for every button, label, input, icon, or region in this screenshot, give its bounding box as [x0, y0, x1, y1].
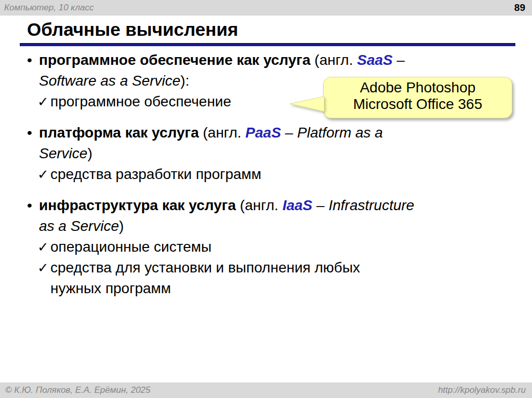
- check-item: ✓средства разработки программ: [27, 164, 517, 185]
- copyright-label: © К.Ю. Поляков, Е.А. Ерёмин, 2025: [5, 385, 151, 395]
- check-text: средства разработки программ: [50, 166, 261, 182]
- bullet-line: •платформа как услуга (англ. PaaS – Plat…: [27, 122, 517, 143]
- website-url: http://kpolyakov.spb.ru: [438, 385, 526, 395]
- page-number: 89: [514, 2, 525, 13]
- page-title: Облачные вычисления: [27, 19, 238, 40]
- check-item: ✓средства для установки и выполнения люб…: [27, 257, 517, 278]
- text-segment: (англ.: [311, 52, 357, 68]
- term-iaas: IaaS: [283, 197, 313, 213]
- callout-text-line: Adobe Photoshop: [324, 79, 512, 96]
- bullet-line: •программное обеспечение как услуга (анг…: [27, 50, 517, 71]
- bullet-line: as a Service): [27, 216, 517, 237]
- header-bar: Компьютер, 10 класс 89: [0, 0, 532, 16]
- text-segment: ): [87, 145, 92, 161]
- term-paas: PaaS: [245, 125, 281, 141]
- text-segment: (англ.: [199, 125, 246, 141]
- check-item: ✓операционные системы: [27, 237, 517, 257]
- text-segment: (англ.: [236, 197, 283, 213]
- bullet-icon: •: [27, 50, 39, 71]
- checkmark-icon: ✓: [37, 257, 50, 278]
- checkmark-icon: ✓: [37, 164, 50, 185]
- text-segment: инфраструктура как услуга: [39, 197, 236, 213]
- text-segment: –: [281, 125, 297, 141]
- callout-tail-icon: [290, 96, 325, 113]
- bullet-line: Service): [27, 143, 517, 164]
- callout: Adobe Photoshop Microsoft Office 365: [323, 77, 512, 118]
- text-segment: ):: [180, 73, 189, 89]
- course-label: Компьютер, 10 класс: [4, 3, 94, 13]
- checkmark-icon: ✓: [37, 237, 50, 257]
- bullet-icon: •: [27, 122, 39, 143]
- text-segment: платформа как услуга: [39, 125, 199, 141]
- check-text: нужных программ: [50, 280, 171, 296]
- text-segment: as a Service: [39, 218, 119, 234]
- check-item-continuation: нужных программ: [27, 278, 517, 299]
- text-segment: –: [312, 197, 328, 213]
- callout-text-line: Microsoft Office 365: [324, 96, 512, 113]
- text-segment: Software as a Service: [39, 73, 180, 89]
- slide: Компьютер, 10 класс 89 Облачные вычислен…: [0, 0, 532, 398]
- bullet-item-paas: •платформа как услуга (англ. PaaS – Plat…: [27, 122, 517, 185]
- bullet-item-iaas: •инфраструктура как услуга (англ. IaaS –…: [27, 195, 517, 299]
- bullet-icon: •: [27, 195, 39, 216]
- text-segment: Service: [39, 145, 87, 161]
- footer-bar: © К.Ю. Поляков, Е.А. Ерёмин, 2025 http:/…: [0, 382, 532, 398]
- text-segment: Platform as a: [297, 125, 383, 141]
- title-divider: [20, 43, 515, 46]
- checkmark-icon: ✓: [37, 91, 50, 112]
- text-segment: Infrastructure: [328, 197, 414, 213]
- check-text: операционные системы: [50, 239, 211, 255]
- bullet-line: •инфраструктура как услуга (англ. IaaS –…: [27, 195, 517, 216]
- check-text: программное обеспечение: [50, 93, 231, 109]
- text-segment: программное обеспечение как услуга: [39, 52, 311, 68]
- check-text: средства для установки и выполнения любы…: [50, 259, 360, 276]
- text-segment: –: [393, 52, 405, 68]
- term-saas: SaaS: [357, 52, 393, 68]
- text-segment: ): [119, 218, 124, 234]
